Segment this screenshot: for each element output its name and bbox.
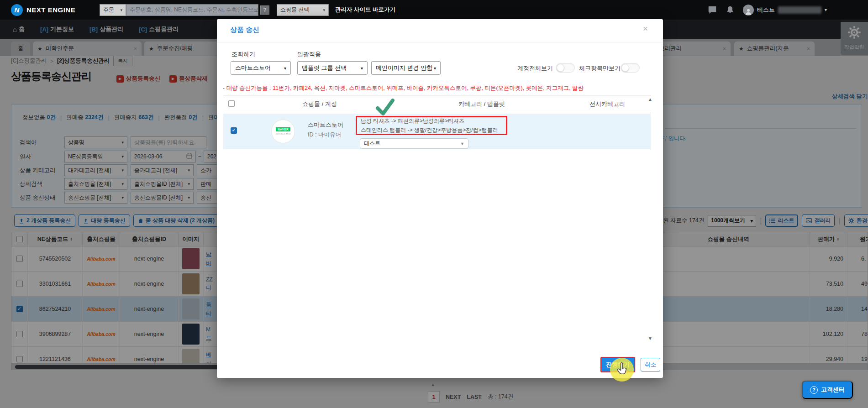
mall-name: 스마트스토어	[308, 121, 343, 129]
chat-icon[interactable]	[707, 5, 717, 15]
scroll-down-icon[interactable]: ▼	[648, 336, 652, 341]
col-header-display-category: 전시카테고리	[564, 100, 651, 108]
mall-select[interactable]: 쇼핑몰 선택 ▾	[277, 4, 329, 16]
customer-center-button[interactable]: ? 고객센터	[802, 381, 853, 399]
chevron-down-icon: ▾	[284, 66, 286, 71]
modal-select-all-checkbox[interactable]	[228, 100, 235, 107]
bell-icon[interactable]	[726, 5, 735, 15]
category-mapping: 남성 티셔츠 -> 패션의류>남성의류>티셔츠	[361, 117, 502, 125]
user-name: 테스트	[757, 6, 775, 14]
bulk-apply-label: 일괄적용	[297, 50, 321, 58]
mall-account-id: ID : 바이유어	[308, 131, 341, 139]
modal-table-header: 쇼핑몰 / 계정 카테고리 / 템플릿 전시카테고리	[223, 95, 651, 113]
bulk-send-notice: - 대량 송신가능몰 : 11번가, 카페24, 옥션, 지마켓, 스마트스토어…	[223, 84, 584, 92]
user-name-redacted	[778, 6, 821, 14]
app-screen: N NEXT ENGINE 주문 ▾ 주문번호, 상품명, NE상품코드, 주문…	[0, 0, 868, 408]
topbar-right: 테스트 ▾	[707, 5, 827, 16]
question-icon: ?	[810, 386, 818, 394]
col-header-category-template: 카테고리 / 템플릿	[400, 100, 564, 108]
modal-close-icon[interactable]: ×	[643, 24, 648, 34]
toggle-knob	[621, 64, 629, 72]
cancel-button[interactable]: 취소	[641, 358, 660, 371]
lookup-mall-select[interactable]: 스마트스토어 ▾	[231, 61, 291, 75]
search-scope-select[interactable]: 주문 ▾	[100, 4, 126, 16]
modal-title: 상품 송신	[230, 26, 259, 34]
search-placeholder: 주문번호, 상품명, NE상품코드, 주문자, 수취인등으로 검	[130, 6, 258, 14]
select-value: 템플릿 그룹 선택	[302, 64, 347, 72]
admin-site-link[interactable]: 관리자 사이트 바로가기	[335, 6, 395, 14]
green-check-icon	[374, 96, 396, 118]
lookup-label: 조회하기	[231, 50, 255, 58]
main-image-select[interactable]: 메인이미지 변경 안함 ▾	[371, 61, 441, 75]
toggle-account-label: 계정전체보기	[517, 64, 553, 73]
chevron-down-icon: ▼	[460, 141, 464, 146]
avatar	[743, 5, 754, 16]
topbar: N NEXT ENGINE 주문 ▾ 주문번호, 상품명, NE상품코드, 주문…	[0, 0, 868, 20]
chevron-down-icon: ▾	[361, 66, 363, 71]
naver-logo-text: NAVER	[276, 127, 290, 131]
toggle-checked-label: 체크항목만보기	[579, 64, 621, 73]
template-group-select[interactable]: 템플릿 그룹 선택 ▾	[297, 61, 368, 75]
category-mapping: 스테인리스 텀블러 -> 생활/건강>주방용품>잔/컵>텀블러	[361, 126, 502, 134]
modal-divider	[217, 42, 663, 42]
chevron-down-icon: ▾	[434, 66, 436, 71]
nextengine-logo[interactable]: N NEXT ENGINE	[11, 4, 93, 16]
chevron-down-icon: ▾	[323, 8, 325, 12]
search-help-button[interactable]: ?	[260, 5, 269, 15]
logo-icon: N	[11, 4, 23, 16]
template-select[interactable]: 테스트 ▼	[360, 138, 468, 149]
select-value: 테스트	[364, 140, 380, 147]
select-value: 메인이미지 변경 안함	[376, 64, 432, 72]
button-label: 고객센터	[821, 386, 845, 394]
chevron-down-icon: ▾	[825, 7, 827, 12]
select-value: 스마트스토어	[235, 64, 271, 72]
category-highlight-box: 남성 티셔츠 -> 패션의류>남성의류>티셔츠 스테인리스 텀블러 -> 생활/…	[356, 116, 507, 135]
global-search-input[interactable]: 주문번호, 상품명, NE상품코드, 주문자, 수취인등으로 검	[126, 4, 258, 16]
hand-cursor-icon	[616, 362, 629, 377]
product-send-modal: 상품 송신 × 조회하기 스마트스토어 ▾ 일괄적용 템플릿 그룹 선택 ▾ 메…	[217, 19, 663, 378]
mall-select-value: 쇼핑몰 선택	[280, 6, 309, 14]
toggle-knob	[557, 64, 564, 72]
mall-row-checkbox-checked[interactable]	[231, 127, 237, 134]
scroll-up-icon[interactable]: ▲	[648, 97, 652, 102]
checked-only-toggle[interactable]	[621, 63, 640, 73]
user-menu[interactable]: 테스트 ▾	[743, 5, 827, 16]
logo-text: NEXT ENGINE	[26, 6, 75, 14]
modal-mall-row: NAVER 스마트스토어 스마트스토어 ID : 바이유어 남성 티셔츠 -> …	[223, 114, 651, 149]
account-view-toggle[interactable]	[556, 63, 575, 73]
search-scope-value: 주문	[103, 6, 114, 14]
chevron-down-icon: ▾	[120, 8, 122, 12]
naver-logo-sub: 스마트스토어	[276, 132, 291, 136]
naver-smartstore-logo: NAVER 스마트스토어	[271, 120, 295, 143]
